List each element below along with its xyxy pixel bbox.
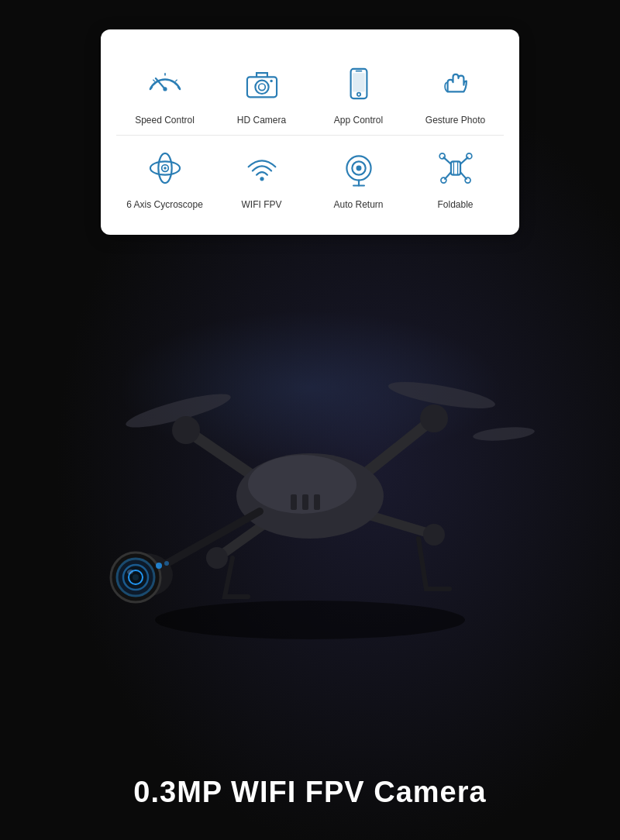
page-content: Speed Control (0, 0, 620, 840)
svg-rect-12 (353, 73, 365, 91)
camera-icon (239, 60, 285, 107)
features-card: Speed Control (101, 29, 519, 235)
feature-app-control: App Control (310, 51, 407, 135)
svg-point-6 (163, 87, 167, 91)
wifi-fpv-label: WIFI FPV (242, 199, 282, 210)
fold-icon (432, 145, 479, 191)
svg-point-22 (356, 166, 361, 171)
wifi-icon (239, 145, 285, 191)
svg-point-26 (439, 153, 445, 159)
foldable-label: Foldable (437, 199, 473, 210)
features-grid: Speed Control (116, 51, 504, 219)
speedometer-icon (142, 60, 188, 107)
svg-rect-42 (291, 494, 297, 510)
hand-icon (432, 60, 479, 107)
feature-hd-camera: HD Camera (213, 51, 310, 135)
gyro-icon (142, 145, 188, 191)
svg-point-19 (260, 177, 264, 181)
svg-point-53 (164, 561, 169, 566)
svg-point-10 (270, 80, 272, 82)
target-icon (336, 145, 382, 191)
svg-line-3 (153, 80, 155, 82)
gyroscope-label: 6 Axis Cycroscope (126, 199, 203, 210)
svg-point-18 (164, 167, 166, 169)
drone-section (0, 248, 620, 713)
svg-point-50 (133, 574, 139, 580)
svg-point-36 (172, 416, 200, 444)
svg-rect-43 (302, 494, 308, 510)
speed-control-label: Speed Control (135, 115, 195, 126)
feature-gyroscope: 6 Axis Cycroscope (116, 135, 213, 219)
svg-point-35 (472, 425, 535, 443)
bottom-title: 0.3MP WIFI FPV Camera (0, 776, 620, 809)
svg-point-9 (258, 84, 265, 91)
svg-point-32 (155, 601, 465, 639)
feature-wifi-fpv: WIFI FPV (213, 135, 310, 219)
feature-foldable: Foldable (407, 135, 504, 219)
feature-speed-control: Speed Control (116, 51, 213, 135)
svg-point-37 (420, 405, 448, 432)
hd-camera-label: HD Camera (237, 115, 286, 126)
smartphone-icon (336, 60, 382, 107)
svg-point-52 (156, 563, 162, 569)
drone-illustration (62, 310, 558, 651)
svg-point-13 (356, 93, 360, 96)
gesture-photo-label: Gesture Photo (425, 115, 485, 126)
svg-point-29 (465, 177, 470, 183)
svg-point-39 (423, 524, 445, 546)
app-control-label: App Control (334, 115, 383, 126)
svg-point-27 (466, 153, 471, 159)
svg-line-4 (175, 80, 177, 82)
svg-point-28 (440, 177, 446, 183)
svg-rect-44 (314, 494, 320, 510)
feature-gesture-photo: Gesture Photo (407, 51, 504, 135)
svg-rect-25 (450, 161, 460, 174)
svg-point-8 (255, 81, 268, 94)
auto-return-label: Auto Return (333, 199, 383, 210)
svg-point-38 (206, 547, 228, 569)
feature-auto-return: Auto Return (310, 135, 407, 219)
